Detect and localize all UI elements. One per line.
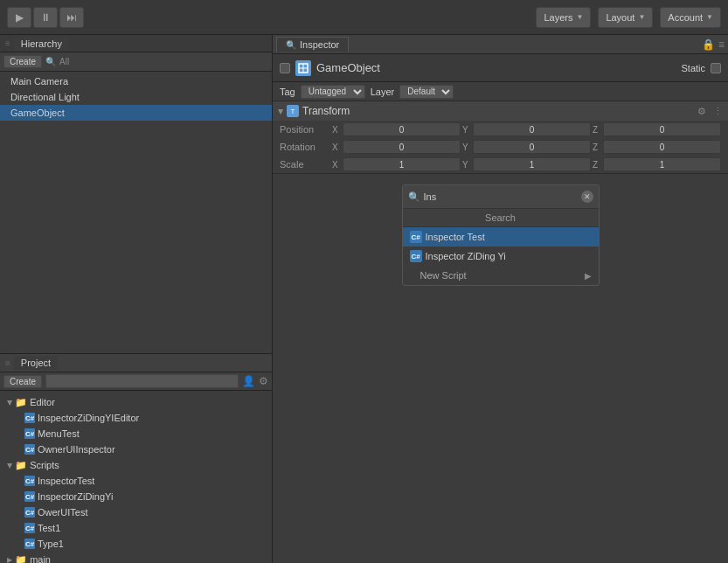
- script-icon-oweruittest: C#: [24, 507, 35, 518]
- scripts-folder-icon: 📁: [15, 460, 27, 471]
- layer-select[interactable]: Default: [399, 85, 454, 99]
- rotation-z-input[interactable]: [603, 140, 721, 154]
- script-icon-inspectorzidingyi: C#: [24, 491, 35, 502]
- position-y-label: Y: [462, 125, 471, 135]
- editor-folder-icon: 📁: [15, 397, 27, 408]
- pause-button[interactable]: ⏸: [33, 7, 58, 28]
- static-checkbox[interactable]: [711, 63, 721, 73]
- tree-item-menutest[interactable]: C# MenuTest: [0, 426, 272, 441]
- tag-select[interactable]: Untagged: [301, 85, 365, 99]
- rotation-y-input[interactable]: [473, 140, 591, 154]
- project-hamburger-icon: ≡: [5, 358, 10, 368]
- inspector-test-icon: C#: [410, 231, 422, 243]
- tree-folder-editor[interactable]: ▶ 📁 Editor: [0, 394, 272, 410]
- rotation-x-field: X: [332, 140, 461, 154]
- account-dropdown[interactable]: Account ▼: [660, 7, 721, 28]
- layers-dropdown-arrow: ▼: [576, 13, 583, 21]
- scale-z-label: Z: [593, 160, 601, 170]
- layers-dropdown[interactable]: Layers ▼: [536, 7, 591, 28]
- transform-component: ▶ T Transform ⚙ ⋮ Position X Y: [273, 101, 728, 174]
- tree-item-inspectortest[interactable]: C# InspectorTest: [0, 473, 272, 489]
- clear-search-button[interactable]: ✕: [581, 191, 593, 203]
- tag-layer-row: Tag Untagged Layer Default: [273, 82, 728, 101]
- dropdown-item-inspector-zidingyi[interactable]: C# Inspector ZiDing Yi: [403, 247, 599, 266]
- step-button[interactable]: ⏭: [59, 7, 84, 28]
- hierarchy-toolbar: Create 🔍 All: [0, 52, 272, 72]
- project-toolbar: Create 👤 ⚙: [0, 372, 272, 391]
- project-search-input[interactable]: [45, 374, 239, 388]
- tree-item-inspector-zidingyi-editor[interactable]: C# InspectorZiDingYIEditor: [0, 410, 272, 426]
- hierarchy-hamburger-icon: ≡: [5, 38, 10, 48]
- position-label: Position: [280, 124, 332, 135]
- rotation-z-label: Z: [593, 142, 601, 152]
- tree-item-oweruittest[interactable]: C# OwerUITest: [0, 504, 272, 520]
- position-z-label: Z: [593, 125, 601, 135]
- transform-more-icon[interactable]: ⋮: [713, 106, 723, 117]
- tree-item-inspectorzidingyi[interactable]: C# InspectorZiDingYi: [0, 489, 272, 504]
- scale-y-field: Y: [462, 157, 591, 171]
- top-bar: ▶ ⏸ ⏭ Layers ▼ Layout ▼ Account ▼: [0, 0, 728, 35]
- scale-row: Scale X Y Z: [273, 156, 728, 173]
- search-label-row: Search: [403, 208, 599, 227]
- search-icon: 🔍: [408, 191, 420, 203]
- inspector-menu-icon[interactable]: ≡: [718, 38, 725, 51]
- rotation-label: Rotation: [280, 142, 332, 152]
- scale-z-input[interactable]: [603, 157, 721, 171]
- hierarchy-create-button[interactable]: Create: [3, 55, 42, 68]
- inspector-object-header: GameObject Static: [273, 54, 728, 82]
- tag-label: Tag: [280, 87, 295, 97]
- object-active-checkbox[interactable]: [280, 63, 290, 73]
- layout-dropdown[interactable]: Layout ▼: [598, 7, 653, 28]
- project-tab-bar: ≡ Project: [0, 354, 272, 372]
- search-row: 🔍 ✕: [403, 185, 599, 208]
- hierarchy-search-icon: 🔍: [45, 57, 56, 66]
- inspector-lock-icon[interactable]: 🔒: [702, 38, 715, 51]
- tree-item-main[interactable]: ▶ 📁 main: [0, 552, 272, 563]
- hierarchy-item-directional-light[interactable]: Directional Light: [0, 89, 272, 105]
- scale-x-input[interactable]: [343, 157, 461, 171]
- position-z-input[interactable]: [603, 122, 721, 136]
- left-panel: ≡ Hierarchy Create 🔍 All Main Camera Dir…: [0, 35, 273, 563]
- add-component-dropdown: 🔍 ✕ Search C# Inspector Test C# Inspecto…: [402, 184, 600, 286]
- rotation-x-input[interactable]: [343, 140, 461, 154]
- hierarchy-all-label: All: [59, 57, 69, 66]
- tree-item-test1[interactable]: C# Test1: [0, 520, 272, 536]
- search-input[interactable]: [424, 191, 578, 202]
- object-icon: [295, 60, 311, 76]
- project-person-icon: 👤: [242, 375, 255, 387]
- transform-collapse-icon: ▶: [277, 108, 285, 114]
- tree-folder-scripts[interactable]: ▶ 📁 Scripts: [0, 457, 272, 473]
- script-icon-inspectorzidingyi-editor: C#: [24, 413, 35, 423]
- inspector-tab[interactable]: 🔍 Inspector: [276, 37, 349, 52]
- project-create-button[interactable]: Create: [3, 375, 42, 388]
- project-tree: ▶ 📁 Editor C# InspectorZiDingYIEditor C#…: [0, 391, 272, 563]
- scale-y-input[interactable]: [473, 157, 591, 171]
- position-x-label: X: [332, 125, 341, 135]
- dropdown-item-inspector-test[interactable]: C# Inspector Test: [403, 227, 599, 247]
- hierarchy-item-gameobject[interactable]: GameObject: [0, 105, 272, 121]
- new-script-arrow: ▶: [585, 271, 592, 281]
- transform-gear-icon[interactable]: ⚙: [697, 106, 706, 117]
- position-y-input[interactable]: [473, 122, 591, 136]
- layout-dropdown-arrow: ▼: [638, 13, 645, 21]
- hierarchy-item-main-camera[interactable]: Main Camera: [0, 73, 272, 89]
- static-label: Static: [681, 63, 705, 73]
- account-dropdown-arrow: ▼: [706, 13, 713, 21]
- main-triangle: ▶: [7, 556, 12, 563]
- transform-header[interactable]: ▶ T Transform ⚙ ⋮: [273, 101, 728, 121]
- editor-folder-triangle: ▶: [6, 400, 14, 405]
- dropdown-item-new-script[interactable]: New Script ▶: [403, 266, 599, 285]
- tree-item-type1[interactable]: C# Type1: [0, 536, 272, 552]
- scale-x-field: X: [332, 157, 461, 171]
- project-panel: ≡ Project Create 👤 ⚙ ▶ 📁 Editor: [0, 353, 272, 563]
- play-button[interactable]: ▶: [7, 7, 31, 28]
- tree-item-owneruiinspector[interactable]: C# OwnerUIInspector: [0, 441, 272, 457]
- position-y-field: Y: [462, 122, 591, 136]
- scale-y-label: Y: [462, 160, 471, 170]
- script-icon-inspectortest: C#: [24, 476, 35, 486]
- project-tab[interactable]: Project: [14, 356, 58, 370]
- position-x-input[interactable]: [343, 122, 461, 136]
- position-z-field: Z: [593, 122, 721, 136]
- scale-x-label: X: [332, 160, 341, 170]
- hierarchy-tab[interactable]: Hierarchy: [14, 37, 69, 51]
